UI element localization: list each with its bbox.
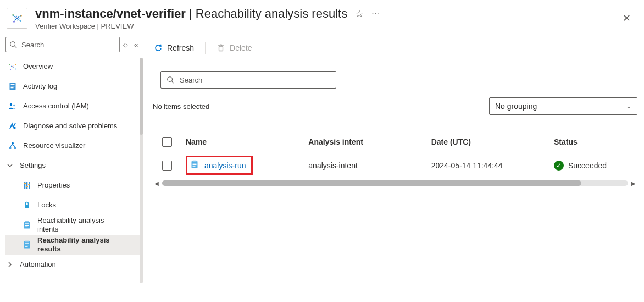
cell-intent: analysis-intent [304,159,426,172]
success-icon: ✓ [554,161,564,171]
page-header: vnm-instance/vnet-verifier | Reachabilit… [0,0,644,34]
grouping-dropdown[interactable]: No grouping ⌄ [489,97,637,115]
horizontal-scrollbar[interactable]: ◀ ▶ [153,179,637,187]
svg-point-23 [13,105,15,107]
select-all-checkbox[interactable] [162,137,172,147]
svg-line-7 [17,15,21,18]
sidebar-item-results[interactable]: Reachability analysis results [5,235,143,255]
sidebar-search-input[interactable] [5,37,120,52]
table-row: analysis-run analysis-intent 2024-05-14 … [153,153,637,177]
svg-rect-55 [193,163,197,163]
svg-point-10 [10,42,15,47]
selection-status: No items selected [153,102,209,111]
sidebar-item-properties[interactable]: Properties [5,175,143,195]
svg-point-25 [9,147,12,149]
sidebar-item-activity-log[interactable]: Activity log [5,76,143,96]
svg-point-17 [15,68,16,69]
search-icon [166,76,174,84]
svg-point-14 [9,64,10,65]
collapse-sidebar-icon[interactable]: « [131,39,141,51]
svg-rect-29 [24,182,25,189]
activity-log-icon [8,81,18,91]
main-content: Refresh Delete No items selected No grou… [143,34,644,301]
sidebar-section-settings[interactable]: Settings [5,156,143,175]
content-search-input[interactable] [160,71,336,89]
resource-icon [7,8,27,29]
refresh-icon [154,43,163,52]
svg-rect-38 [25,223,29,224]
svg-rect-39 [25,225,29,226]
svg-rect-57 [193,166,196,167]
chevron-right-icon [5,261,14,268]
delete-button: Delete [215,41,253,54]
svg-point-26 [14,147,16,149]
svg-point-22 [10,103,12,106]
svg-line-8 [14,18,18,21]
diagnose-icon [8,121,18,131]
col-header-name[interactable]: Name [181,135,304,149]
svg-rect-43 [25,243,29,244]
run-icon [190,160,199,171]
sidebar-item-diagnose[interactable]: Diagnose and solve problems [5,116,143,136]
svg-rect-30 [26,182,27,189]
page-subtitle: Verifier Workspace | PREVIEW [35,22,618,30]
svg-line-28 [13,145,15,147]
sidebar-item-iam[interactable]: Access control (IAM) [5,96,143,116]
svg-rect-34 [28,184,30,185]
results-icon [22,240,32,250]
sidebar-nav: Overview Activity log Access control (IA… [5,57,143,274]
scroll-right-icon[interactable]: ▶ [630,180,637,186]
svg-point-51 [168,77,173,82]
svg-rect-20 [11,86,15,86]
row-checkbox[interactable] [162,161,172,171]
expand-icon[interactable]: ◇ [123,41,127,48]
sidebar-item-overview[interactable]: Overview [5,57,143,76]
svg-rect-56 [193,164,197,165]
svg-rect-45 [25,246,28,247]
svg-point-24 [12,142,14,145]
visualizer-icon [8,141,18,151]
results-grid: Name Analysis intent Date (UTC) Status a… [153,130,637,187]
sidebar-item-locks[interactable]: Locks [5,195,143,215]
chevron-down-icon: ⌄ [626,102,631,110]
cell-date: 2024-05-14 11:44:44 [427,159,549,172]
trash-icon [216,43,225,52]
analysis-run-link[interactable]: analysis-run [204,161,246,170]
svg-rect-40 [25,227,28,227]
svg-rect-33 [26,186,28,187]
svg-rect-46 [219,46,223,51]
scroll-left-icon[interactable]: ◀ [153,180,160,186]
sidebar-item-visualizer[interactable]: Resource visualizer [5,136,143,156]
svg-rect-44 [25,245,29,245]
more-actions-icon[interactable]: ··· [371,9,380,19]
svg-line-11 [15,46,17,48]
svg-line-27 [10,145,13,147]
iam-icon [8,101,18,111]
sidebar: ◇ « Overview Activity log Access cont [0,34,143,301]
chevron-down-icon [5,162,14,169]
annotation-highlight: analysis-run [186,156,253,175]
page-title: vnm-instance/vnet-verifier | Reachabilit… [35,7,347,21]
col-header-date[interactable]: Date (UTC) [427,135,549,149]
col-header-status[interactable]: Status [549,135,637,149]
overview-icon [8,62,18,72]
status-badge: ✓ Succeeded [554,161,607,171]
toolbar-separator [205,42,206,54]
refresh-button[interactable]: Refresh [153,41,195,54]
svg-rect-42 [25,241,29,243]
svg-point-13 [12,66,13,67]
intents-icon [22,220,32,230]
sidebar-item-intents[interactable]: Reachability analysis intents [5,215,143,235]
svg-rect-19 [11,84,15,85]
close-icon[interactable]: ✕ [618,10,635,26]
favorite-star-icon[interactable]: ☆ [355,8,364,20]
svg-line-52 [172,81,174,84]
svg-rect-21 [11,87,14,88]
lock-icon [22,200,32,210]
toolbar: Refresh Delete [153,37,637,59]
sidebar-section-automation[interactable]: Automation [5,255,143,274]
svg-point-15 [15,64,16,65]
properties-icon [22,180,32,190]
col-header-intent[interactable]: Analysis intent [304,135,426,149]
search-icon [9,41,17,48]
